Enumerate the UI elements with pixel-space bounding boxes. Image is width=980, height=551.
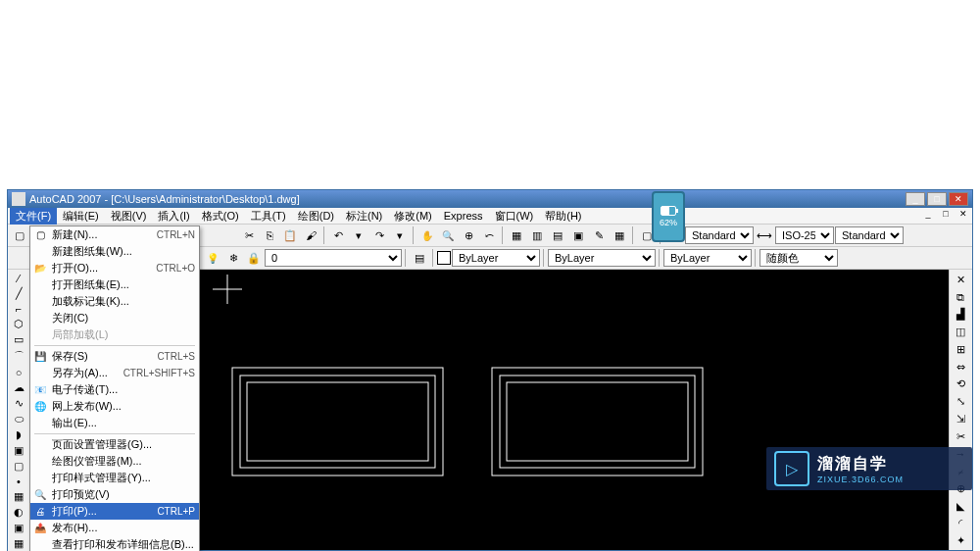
file-menu-item[interactable]: ▢新建(N)...CTRL+N: [30, 226, 199, 243]
copy-tool[interactable]: ⧉: [950, 289, 971, 306]
match-button[interactable]: 🖌: [301, 225, 320, 245]
file-menu-item[interactable]: 加载标记集(K)...: [30, 293, 199, 310]
spline-tool[interactable]: [8, 396, 29, 411]
offset-tool[interactable]: ◫: [950, 324, 971, 340]
scale-tool[interactable]: [950, 393, 971, 410]
calculator-button[interactable]: ▦: [610, 225, 629, 245]
array-tool[interactable]: ⊞: [950, 341, 971, 358]
file-menu-item[interactable]: 页面设置管理器(G)...: [30, 436, 199, 453]
layer-lock-icon[interactable]: 🔒: [244, 248, 264, 268]
ellipse-arc-tool[interactable]: ◗: [8, 427, 29, 442]
move-tool[interactable]: [950, 359, 971, 376]
undo-dropdown[interactable]: ▾: [349, 225, 368, 245]
dim-style-select[interactable]: ISO-25: [775, 226, 834, 244]
sheet-set-button[interactable]: ▣: [568, 225, 588, 245]
point-tool[interactable]: •: [8, 475, 29, 488]
layer-bulb-icon[interactable]: [203, 248, 222, 268]
explode-tool[interactable]: ✦: [950, 532, 971, 549]
new-button[interactable]: [10, 225, 29, 245]
markup-button[interactable]: ✎: [589, 225, 609, 245]
menu-dimension[interactable]: 标注(N): [340, 208, 388, 225]
close-button[interactable]: ✕: [949, 192, 968, 206]
file-menu-item[interactable]: 📧电子传递(T)...: [30, 381, 199, 398]
make-block-tool[interactable]: ▢: [8, 459, 29, 474]
hatch-tool[interactable]: [8, 489, 29, 504]
properties-button[interactable]: ▦: [507, 225, 526, 245]
stretch-tool[interactable]: [950, 411, 971, 427]
zoom-previous-button[interactable]: ⤺: [479, 225, 499, 245]
line-tool[interactable]: [8, 272, 29, 285]
chamfer-tool[interactable]: ◣: [950, 498, 971, 515]
menu-view[interactable]: 视图(V): [105, 208, 153, 225]
rectangle-tool[interactable]: [8, 332, 29, 347]
menu-edit[interactable]: 编辑(E): [57, 208, 105, 225]
doc-restore-button[interactable]: □: [937, 209, 955, 223]
file-menu-item[interactable]: 🔍打印预览(V): [30, 486, 199, 503]
doc-minimize-button[interactable]: _: [919, 209, 937, 223]
color-swatch[interactable]: [437, 251, 451, 265]
region-tool[interactable]: [8, 521, 29, 535]
revision-cloud-tool[interactable]: [8, 380, 29, 395]
mirror-tool[interactable]: [950, 307, 971, 324]
table-style-select[interactable]: Standard: [835, 226, 904, 244]
cut-button[interactable]: ✂: [239, 225, 259, 245]
insert-block-tool[interactable]: ▣: [8, 443, 29, 458]
menu-express[interactable]: Express: [438, 209, 489, 223]
menu-tools[interactable]: 工具(T): [245, 208, 292, 225]
polyline-tool[interactable]: ⌐: [8, 302, 29, 316]
arc-tool[interactable]: [8, 348, 29, 365]
file-menu-item[interactable]: 📤发布(H)...: [30, 520, 199, 536]
file-menu-item[interactable]: 绘图仪管理器(M)...: [30, 453, 199, 470]
menu-format[interactable]: 格式(O): [196, 208, 245, 225]
file-menu-item[interactable]: 🌐网上发布(W)...: [30, 398, 199, 415]
text-style-select[interactable]: Standard: [685, 226, 754, 244]
plot-style-select[interactable]: 随颜色: [760, 249, 838, 267]
layer-freeze-icon[interactable]: ❄: [223, 248, 243, 268]
table-tool[interactable]: ▦: [8, 536, 29, 551]
zoom-realtime-button[interactable]: [438, 225, 458, 245]
polygon-tool[interactable]: [8, 317, 29, 331]
file-menu-item[interactable]: 输出(E)...: [30, 415, 199, 431]
menu-insert[interactable]: 插入(I): [152, 208, 195, 225]
file-menu-item[interactable]: 打印样式管理器(Y)...: [30, 470, 199, 486]
file-menu-item[interactable]: 新建图纸集(W)...: [30, 243, 199, 260]
file-menu-item[interactable]: 关闭(C): [30, 310, 199, 326]
tool-palettes-button[interactable]: ▤: [548, 225, 567, 245]
ellipse-tool[interactable]: [8, 412, 29, 426]
file-menu-item[interactable]: 🖨打印(P)...CTRL+P: [30, 503, 199, 520]
design-center-button[interactable]: ▥: [527, 225, 547, 245]
menu-modify[interactable]: 修改(M): [388, 208, 438, 225]
minimize-button[interactable]: _: [906, 192, 925, 206]
paste-button[interactable]: 📋: [280, 225, 300, 245]
lineweight-select[interactable]: ByLayer: [663, 249, 752, 267]
circle-tool[interactable]: [8, 366, 29, 379]
file-menu-item[interactable]: 查看打印和发布详细信息(B)...: [30, 536, 199, 551]
file-menu-item[interactable]: 💾保存(S)CTRL+S: [30, 348, 199, 365]
layer-select[interactable]: 0: [265, 249, 402, 267]
menu-file[interactable]: 文件(F): [10, 208, 57, 225]
fillet-tool[interactable]: ◜: [950, 516, 971, 532]
menu-draw[interactable]: 绘图(D): [292, 208, 340, 225]
file-menu-item[interactable]: 打开图纸集(E)...: [30, 276, 199, 293]
menu-window[interactable]: 窗口(W): [489, 208, 540, 225]
zoom-window-button[interactable]: ⊕: [459, 225, 478, 245]
dim-style-icon[interactable]: ⟷: [755, 225, 774, 245]
redo-button[interactable]: [369, 225, 389, 245]
erase-tool[interactable]: ✕: [950, 272, 971, 288]
gradient-tool[interactable]: ◐: [8, 505, 29, 520]
redo-dropdown[interactable]: ▾: [390, 225, 410, 245]
layer-manager-button[interactable]: ▤: [410, 248, 429, 268]
trim-tool[interactable]: [950, 428, 971, 445]
construction-line-tool[interactable]: ╱: [8, 286, 29, 301]
undo-button[interactable]: [328, 225, 348, 245]
menu-help[interactable]: 帮助(H): [539, 208, 587, 225]
maximize-button[interactable]: □: [927, 192, 947, 206]
color-select[interactable]: ByLayer: [452, 249, 540, 267]
pan-button[interactable]: [417, 225, 437, 245]
file-menu-item[interactable]: 另存为(A)...CTRL+SHIFT+S: [30, 365, 199, 381]
file-menu-item[interactable]: 📂打开(O)...CTRL+O: [30, 260, 199, 276]
doc-close-button[interactable]: ✕: [955, 209, 972, 223]
copy-button[interactable]: ⎘: [260, 225, 279, 245]
rotate-tool[interactable]: [950, 376, 971, 393]
linetype-select[interactable]: ByLayer: [548, 249, 656, 267]
